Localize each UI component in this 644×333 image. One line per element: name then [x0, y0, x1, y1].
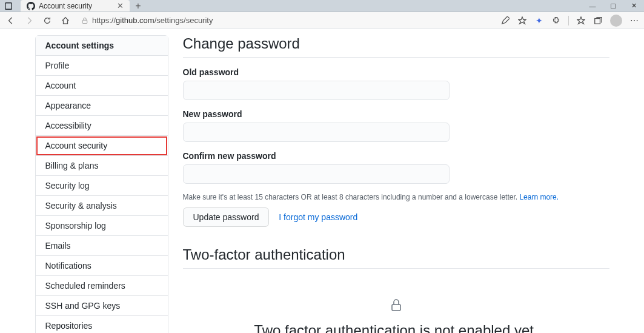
tab-overview-btn[interactable]: [0, 0, 17, 12]
browser-tab-strip: Account security ✕ + — ▢ ✕: [0, 0, 644, 12]
svg-rect-3: [392, 304, 400, 311]
sidebar-item-scheduled-reminders[interactable]: Scheduled reminders: [36, 276, 168, 296]
github-icon: [27, 2, 35, 10]
collections-icon[interactable]: [593, 16, 603, 25]
window-close[interactable]: ✕: [623, 0, 644, 12]
sidebar-item-ssh-gpg[interactable]: SSH and GPG keys: [36, 296, 168, 316]
password-learn-more-link[interactable]: Learn more.: [519, 193, 559, 201]
old-password-input[interactable]: [183, 81, 450, 100]
svg-rect-2: [595, 18, 600, 24]
confirm-password-input[interactable]: [183, 164, 450, 184]
sparkle-icon[interactable]: ✦: [534, 16, 544, 25]
nav-forward-button[interactable]: [23, 16, 35, 25]
new-password-input[interactable]: [183, 123, 450, 142]
svg-rect-1: [82, 20, 87, 23]
forgot-password-link[interactable]: I forgot my password: [279, 212, 357, 222]
sidebar-item-emails[interactable]: Emails: [36, 236, 168, 256]
confirm-password-label: Confirm new password: [183, 151, 609, 161]
toolbar-separator: [568, 16, 569, 25]
url-host: github.com: [116, 16, 154, 25]
favorites-icon[interactable]: [576, 16, 586, 25]
lock-icon: [195, 298, 597, 312]
window-minimize[interactable]: —: [582, 0, 603, 12]
lock-icon: [81, 17, 88, 24]
profile-avatar[interactable]: [610, 15, 622, 27]
sidebar-item-billing[interactable]: Billing & plans: [36, 156, 168, 176]
change-password-title: Change password: [183, 35, 609, 58]
sidebar-item-profile[interactable]: Profile: [36, 56, 168, 76]
old-password-label: Old password: [183, 67, 609, 77]
tab-title: Account security: [39, 2, 113, 10]
sidebar-item-account-security[interactable]: Account security: [36, 136, 168, 156]
password-requirements-note: Make sure it's at least 15 characters OR…: [183, 193, 609, 201]
update-password-button[interactable]: Update password: [183, 207, 270, 227]
url-input[interactable]: https://github.com/settings/security: [78, 16, 494, 25]
url-path: /settings/security: [154, 16, 213, 25]
tfa-title: Two-factor authentication: [183, 246, 609, 269]
new-tab-button[interactable]: +: [130, 0, 147, 12]
favorite-star-icon[interactable]: [517, 16, 527, 25]
sidebar-item-appearance[interactable]: Appearance: [36, 96, 168, 116]
window-maximize[interactable]: ▢: [603, 0, 623, 12]
new-password-label: New password: [183, 109, 609, 119]
tfa-heading: Two factor authentication is not enabled…: [195, 322, 597, 333]
sidebar-item-repositories[interactable]: Repositories: [36, 316, 168, 333]
sidebar-item-notifications[interactable]: Notifications: [36, 256, 168, 276]
tfa-blankslate: Two factor authentication is not enabled…: [183, 278, 609, 333]
nav-back-button[interactable]: [5, 16, 17, 25]
svg-rect-0: [5, 2, 12, 9]
extension-icon[interactable]: [551, 16, 561, 25]
sidebar-item-accessibility[interactable]: Accessibility: [36, 116, 168, 136]
sidebar-item-security-analysis[interactable]: Security & analysis: [36, 196, 168, 216]
pen-icon[interactable]: [500, 16, 510, 25]
tab-close-icon[interactable]: ✕: [117, 1, 124, 10]
nav-home-button[interactable]: [59, 16, 71, 25]
more-icon[interactable]: ⋯: [629, 16, 639, 25]
sidebar-heading: Account settings: [36, 36, 168, 56]
sidebar-item-security-log[interactable]: Security log: [36, 176, 168, 196]
url-scheme: https://: [92, 16, 116, 25]
nav-refresh-button[interactable]: [41, 16, 53, 25]
sidebar-item-account[interactable]: Account: [36, 76, 168, 96]
settings-sidebar: Account settings Profile Account Appeara…: [35, 35, 168, 333]
browser-tab-active[interactable]: Account security ✕: [21, 0, 130, 12]
address-bar: https://github.com/settings/security ✦ ⋯: [0, 12, 644, 29]
main-content: Change password Old password New passwor…: [183, 35, 609, 333]
sidebar-item-sponsorship-log[interactable]: Sponsorship log: [36, 216, 168, 236]
